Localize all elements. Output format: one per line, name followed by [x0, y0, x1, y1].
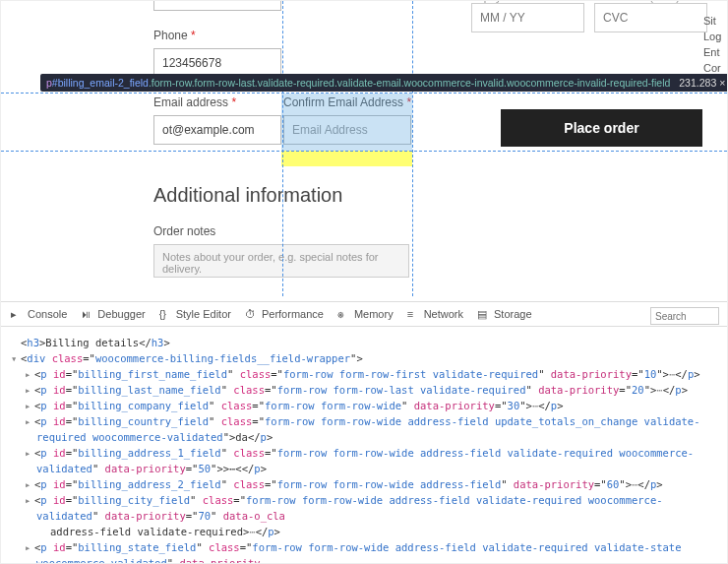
tab-memory[interactable]: ⎈Memory	[337, 308, 394, 320]
inspector-highlight-margin	[281, 151, 412, 166]
style-icon: {}	[159, 308, 171, 320]
link-item[interactable]: Log	[703, 29, 725, 44]
devtools-tabs: ▸Console ⏯Debugger {}Style Editor ⏱Perfo…	[1, 302, 727, 327]
place-order-button[interactable]: Place order	[501, 109, 702, 147]
console-icon: ▸	[11, 308, 23, 320]
devtools-panel: ▸Console ⏯Debugger {}Style Editor ⏱Perfo…	[1, 301, 727, 563]
devtools-search-input[interactable]	[650, 307, 719, 325]
link-item[interactable]: Sit	[703, 13, 725, 29]
tab-storage[interactable]: ▤Storage	[477, 308, 532, 320]
phone-label: Phone *	[153, 29, 419, 42]
performance-icon: ⏱	[245, 308, 257, 320]
inspector-tooltip: p#billing_email-2_field.form-row.form-ro…	[40, 74, 727, 92]
network-icon: ≡	[407, 308, 419, 320]
tab-debugger[interactable]: ⏯Debugger	[81, 308, 145, 320]
memory-icon: ⎈	[337, 308, 349, 320]
dom-inspector-tree[interactable]: <h3>Billing details</h3>▾<div class="woo…	[1, 327, 727, 564]
guide-line	[282, 1, 283, 296]
order-notes-input[interactable]: Notes about your order, e.g. special not…	[153, 244, 409, 278]
expiry-input[interactable]	[471, 3, 584, 32]
inspector-highlight-box	[281, 94, 412, 151]
link-item[interactable]: Ent	[703, 44, 725, 60]
storage-icon: ▤	[477, 308, 489, 320]
viewport: Phone * Email address * Confirm Email Ad…	[0, 0, 728, 564]
tab-console[interactable]: ▸Console	[11, 308, 67, 320]
email-input[interactable]	[153, 115, 281, 145]
card-area: Expiry Date * Card Code (CVC) *	[471, 1, 707, 32]
email-label: Email address *	[153, 95, 283, 109]
page-area: Phone * Email address * Confirm Email Ad…	[1, 1, 727, 296]
tab-network[interactable]: ≡Network	[407, 308, 463, 320]
additional-info-heading: Additional information	[153, 184, 419, 207]
guide-line	[1, 93, 727, 94]
guide-line	[412, 1, 413, 296]
debugger-icon: ⏯	[81, 308, 92, 320]
tab-performance[interactable]: ⏱Performance	[245, 308, 324, 320]
cvc-input[interactable]	[594, 3, 707, 32]
tab-style-editor[interactable]: {}Style Editor	[159, 308, 231, 320]
zip-input[interactable]	[153, 1, 281, 11]
order-notes-label: Order notes	[153, 224, 419, 238]
guide-line	[1, 151, 727, 152]
